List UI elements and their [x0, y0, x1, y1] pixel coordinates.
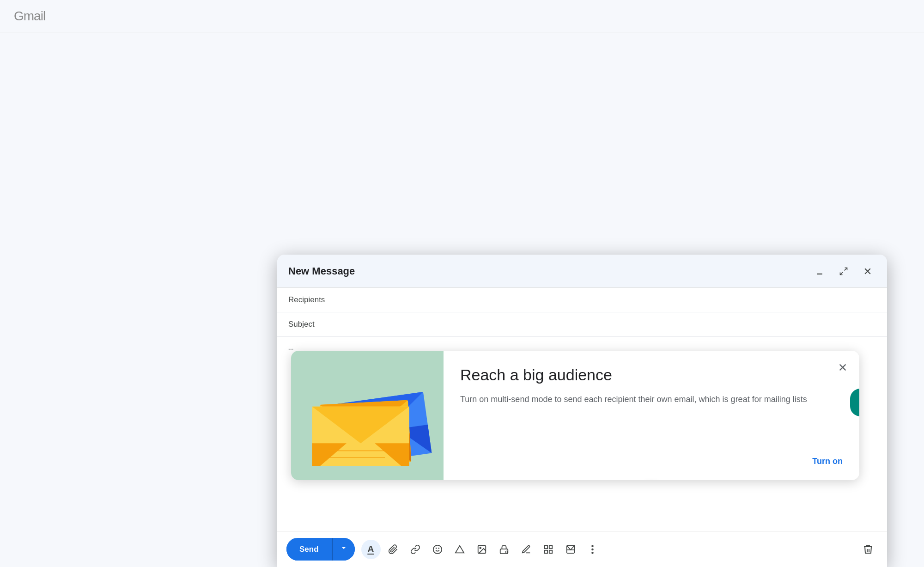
gmail-icon-button[interactable]	[561, 540, 580, 559]
emoji-button[interactable]	[428, 540, 447, 559]
attachment-button[interactable]	[383, 540, 403, 559]
photo-button[interactable]	[472, 540, 492, 559]
promo-card-content: Reach a big audience Turn on multi-send …	[444, 351, 859, 480]
svg-marker-27	[455, 545, 463, 553]
promo-title: Reach a big audience	[460, 365, 843, 385]
svg-point-40	[591, 545, 594, 547]
svg-rect-34	[549, 545, 552, 548]
send-dropdown-button[interactable]	[333, 538, 355, 561]
promo-description: Turn on multi-send mode to send each rec…	[460, 393, 843, 406]
svg-point-42	[591, 552, 594, 554]
delete-button[interactable]	[858, 540, 878, 559]
svg-line-2	[840, 272, 843, 274]
gmail-topbar: Gmail	[0, 0, 924, 32]
expand-button[interactable]	[835, 263, 852, 280]
more-options-button[interactable]	[583, 540, 602, 559]
compose-header: New Message	[277, 255, 887, 288]
svg-point-41	[591, 548, 594, 550]
recipients-input[interactable]	[334, 295, 876, 305]
recipients-field: Recipients	[277, 288, 887, 312]
svg-rect-33	[544, 545, 547, 548]
compose-dialog: New Message	[277, 255, 887, 567]
promo-text-group: Reach a big audience Turn on multi-send …	[460, 365, 843, 420]
promo-card: Reach a big audience Turn on multi-send …	[291, 351, 859, 480]
send-button-group: Send	[286, 538, 355, 561]
minimize-button[interactable]	[811, 263, 828, 280]
compose-header-actions	[811, 263, 876, 280]
svg-point-29	[480, 547, 481, 549]
envelope-illustration	[303, 365, 432, 466]
subject-field: Subject	[277, 312, 887, 337]
svg-marker-23	[342, 547, 346, 549]
templates-button[interactable]	[539, 540, 558, 559]
formatting-button[interactable]: A	[361, 540, 381, 559]
gmail-background: Gmail New Message	[0, 0, 924, 567]
compose-toolbar: Send A	[277, 531, 887, 567]
promo-close-button[interactable]	[834, 359, 851, 376]
subject-input[interactable]	[334, 320, 876, 329]
recipients-label: Recipients	[288, 295, 334, 305]
svg-rect-35	[549, 550, 552, 553]
confidential-button[interactable]	[494, 540, 514, 559]
promo-card-image	[291, 351, 444, 480]
compose-title: New Message	[288, 265, 355, 277]
svg-line-1	[845, 268, 847, 270]
link-button[interactable]	[406, 540, 425, 559]
promo-turn-on-button[interactable]: Turn on	[812, 457, 843, 466]
gmail-logo: Gmail	[14, 9, 45, 24]
signature-button[interactable]	[517, 540, 536, 559]
svg-rect-36	[544, 550, 547, 553]
compose-body: --	[277, 337, 887, 531]
svg-point-24	[433, 545, 441, 553]
subject-label: Subject	[288, 320, 334, 329]
close-button[interactable]	[859, 263, 876, 280]
send-button[interactable]: Send	[286, 538, 333, 561]
drive-button[interactable]	[450, 540, 469, 559]
